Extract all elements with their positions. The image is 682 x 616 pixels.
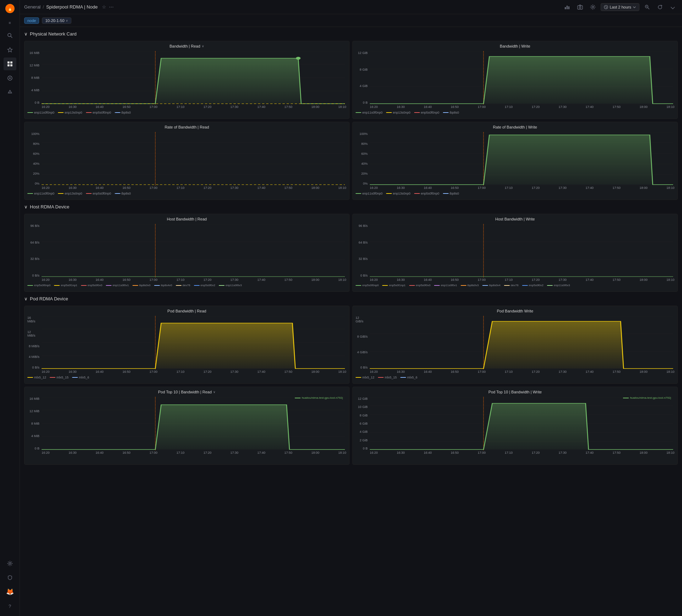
bw-read-chart	[42, 51, 345, 104]
host-bw-read-title: Host Bandwidth | Read	[27, 217, 346, 221]
dashboard-scroll-area[interactable]: ∨ Physical Network Card Bandwidth | Read…	[20, 27, 682, 616]
y-axis-pod-write: 12 GiB/s8 GiB/s4 GiB/s0 B/s	[356, 316, 369, 369]
x-axis-host-read: 16:2016:3016:4016:5017:0017:1017:2017:30…	[42, 278, 346, 282]
pod-rdma-chevron: ∨	[24, 296, 28, 301]
svg-rect-17	[578, 6, 583, 9]
bw-write-legend: enp11s0f0np0 enp13s0np0 enp5s0f0np0 ibp8…	[356, 111, 675, 114]
breadcrumb-separator: /	[43, 4, 44, 10]
pod-rdma-chart-grid: Pod Bandwidth | Read 16 MiB/s12 MiB/s8 M…	[24, 306, 678, 465]
sidebar-item-search[interactable]	[4, 29, 16, 42]
svg-rect-6	[10, 61, 12, 64]
rate-write-legend: enp11s0f0np0 enp13s0np0 enp5s0f0np0 ibp8…	[356, 192, 675, 195]
svg-rect-16	[568, 6, 569, 9]
svg-rect-7	[7, 64, 10, 66]
sidebar-collapse-btn[interactable]: ≡	[6, 18, 14, 27]
header-right: Last 2 hours	[562, 2, 678, 12]
pod-read-chart	[42, 316, 345, 369]
header-share-icon[interactable]: ⋯	[109, 4, 114, 10]
pod-write-chart	[370, 316, 673, 369]
physical-network-chart-grid: Bandwidth | Read ∨ 16 MiB12 MiB8 MiB4 Mi…	[24, 41, 678, 200]
node-value-selector[interactable]: 10-20-1-50 ∨	[42, 17, 71, 24]
host-read-chart	[42, 224, 345, 277]
host-rdma-title: Host RDMA Device	[30, 204, 69, 209]
sidebar-item-settings[interactable]	[4, 557, 16, 570]
x-axis-bw-read: 16:2016:3016:4016:5017:0017:1017:2017:30…	[42, 105, 346, 109]
bw-read-legend: enp11s0f0np0 enp13s0np0 enp5s0f0np0 ibp8…	[27, 111, 346, 114]
pod-top10-write-panel: Pod Top 10 | Bandwidth | Write huailou/r…	[352, 387, 678, 465]
svg-point-19	[592, 6, 594, 8]
section-collapse-chevron: ∨	[24, 31, 28, 37]
y-axis-host-read: 96 B/s64 B/s32 B/s0 B/s	[27, 224, 41, 277]
graph-view-btn[interactable]	[562, 2, 572, 12]
section-pod-rdma[interactable]: ∨ Pod RDMA Device	[24, 295, 678, 303]
pod-rdma-title: Pod RDMA Device	[30, 296, 68, 301]
rate-read-legend: enp11s0f0np0 enp13s0np0 enp5s0f0np0 ibp8…	[27, 192, 346, 195]
x-axis-rate-write: 16:2016:3016:4016:5017:0017:1017:2017:30…	[370, 186, 675, 190]
y-axis-bw-read: 16 MiB12 MiB8 MiB4 MiB0 B	[27, 51, 41, 104]
pod-bw-write-title: Pod Bandwidth Write	[356, 309, 675, 313]
x-axis-pod-read: 16:2016:3016:4016:5017:0017:1017:2017:30…	[42, 370, 346, 374]
sidebar-item-dashboards[interactable]	[4, 58, 16, 70]
sidebar-item-alerts[interactable]	[4, 86, 16, 99]
host-rdma-chart-grid: Host Bandwidth | Read 96 B/s64 B/s32 B/s…	[24, 214, 678, 292]
section-physical-network-card[interactable]: ∨ Physical Network Card	[24, 30, 678, 38]
pod-bw-read-panel: Pod Bandwidth | Read 16 MiB/s12 MiB/s8 M…	[24, 306, 350, 384]
bandwidth-read-panel: Bandwidth | Read ∨ 16 MiB12 MiB8 MiB4 Mi…	[24, 41, 350, 119]
sidebar: 🔥 ≡ 🦊 ?	[0, 0, 20, 616]
zoom-btn[interactable]	[642, 2, 652, 12]
chart-dropdown-icon[interactable]: ∨	[202, 44, 204, 48]
svg-text:🔥: 🔥	[7, 5, 13, 11]
header-star-icon[interactable]: ☆	[102, 4, 106, 10]
x-axis-bw-write: 16:2016:3016:4016:5017:0017:1017:2017:30…	[370, 105, 675, 109]
host-write-legend: enp5s0f0np0 enp5s0f1np1 enp5s0f0v0 enp11…	[356, 284, 675, 287]
breadcrumb: General / Spiderpool RDMA | Node ☆ ⋯	[24, 4, 114, 10]
y-axis-rate-write: 100%80%60%40%20%0%	[356, 132, 369, 185]
settings-btn[interactable]	[588, 2, 598, 12]
pod-write-legend: mlx5_12 mlx5_15 mlx5_6	[356, 376, 675, 379]
x-axis-rate-read: 16:2016:3016:4016:5017:0017:1017:2017:30…	[42, 186, 346, 190]
sidebar-item-shield[interactable]	[4, 571, 16, 584]
pod-bw-write-panel: Pod Bandwidth Write 12 GiB/s8 GiB/s4 GiB…	[352, 306, 678, 384]
main-content: General / Spiderpool RDMA | Node ☆ ⋯ Las…	[20, 0, 682, 616]
rate-bw-write-panel: Rate of Bandwidth | Write 100%80%60%40%2…	[352, 122, 678, 200]
pod-top10-read-panel: Pod Top 10 | Bandwidth | Read ∨ huailou/…	[24, 387, 350, 465]
host-bw-write-panel: Host Bandwidth | Write 96 B/s64 B/s32 B/…	[352, 214, 678, 292]
header: General / Spiderpool RDMA | Node ☆ ⋯ Las…	[20, 0, 682, 14]
camera-btn[interactable]	[575, 2, 585, 12]
y-axis-pod-top10-read: 16 MiB12 MiB8 MiB4 MiB0 B	[27, 397, 41, 450]
section-host-rdma[interactable]: ∨ Host RDMA Device	[24, 203, 678, 211]
host-rdma-chevron: ∨	[24, 204, 28, 209]
refresh-btn[interactable]	[655, 2, 665, 12]
sidebar-item-user[interactable]: 🦊	[4, 585, 16, 598]
svg-point-10	[9, 77, 11, 79]
bandwidth-write-panel: Bandwidth | Write 12 GiB8 GiB4 GiB0 B	[352, 41, 678, 119]
pod-top10-read-title: Pod Top 10 | Bandwidth | Read ∨	[27, 390, 346, 394]
svg-point-12	[10, 93, 10, 93]
y-axis-pod-top10-write: 12 GiB10 GiB8 GiB6 GiB4 GiB2 GiB0 B	[356, 397, 369, 450]
sidebar-bottom: 🦊 ?	[4, 556, 16, 613]
section-title: Physical Network Card	[30, 31, 77, 37]
rate-write-chart	[370, 132, 673, 185]
x-axis-pod-write: 16:2016:3016:4016:5017:0017:1017:2017:30…	[370, 370, 675, 374]
svg-rect-8	[10, 64, 12, 66]
pod-top10-write-title: Pod Top 10 | Bandwidth | Write	[356, 390, 675, 394]
time-range-btn[interactable]: Last 2 hours	[601, 3, 639, 11]
host-bw-read-panel: Host Bandwidth | Read 96 B/s64 B/s32 B/s…	[24, 214, 350, 292]
more-options-btn[interactable]	[668, 2, 678, 12]
sidebar-item-explore[interactable]	[4, 72, 16, 85]
node-label-badge[interactable]: node	[24, 17, 39, 24]
pod-top10-write-chart	[370, 397, 673, 450]
breadcrumb-home[interactable]: General	[24, 4, 40, 10]
sidebar-item-help[interactable]: ?	[4, 600, 16, 612]
y-axis-pod-read: 16 MiB/s12 MiB/s8 MiB/s4 MiB/s0 B/s	[27, 316, 41, 369]
app-logo[interactable]: 🔥	[4, 3, 16, 14]
svg-line-3	[11, 36, 12, 38]
x-axis-pod-top10-write: 16:2016:3016:4016:5017:0017:1017:2017:30…	[370, 451, 675, 454]
svg-line-22	[648, 7, 649, 9]
sidebar-item-starred[interactable]	[4, 43, 16, 56]
rate-read-chart	[42, 132, 345, 185]
pod-top10-read-dropdown[interactable]: ∨	[213, 390, 216, 394]
host-write-chart	[370, 224, 673, 277]
toolbar: node 10-20-1-50 ∨	[20, 14, 682, 27]
breadcrumb-current: Spiderpool RDMA | Node	[46, 4, 98, 10]
